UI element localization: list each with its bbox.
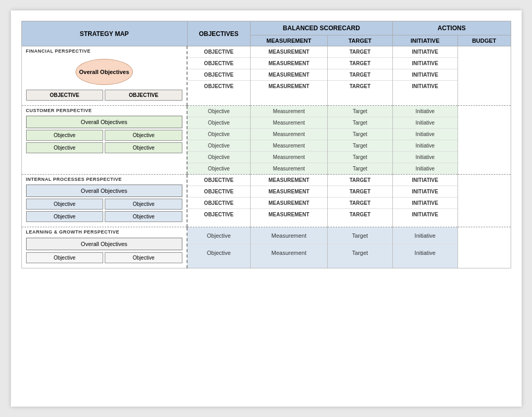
learning-target-col: Target Target bbox=[328, 227, 392, 261]
internal-obj3: Objective bbox=[26, 211, 104, 222]
internal-objectives-col: OBJECTIVE OBJECTIVE OBJECTIVE OBJECTIVE bbox=[188, 175, 250, 220]
customer-obj1: Objective bbox=[26, 130, 104, 141]
cust-obj-row-1: Objective bbox=[188, 106, 250, 117]
fin-tgt-row-2: TARGET bbox=[328, 58, 392, 69]
cust-meas-row-5: Measurement bbox=[251, 152, 327, 163]
financial-measurement-col: MEASUREMENT MEASUREMENT MEASUREMENT MEAS… bbox=[251, 46, 327, 92]
learn-tgt-row-1: Target bbox=[328, 227, 392, 244]
learn-init-row-2: Initiative bbox=[393, 244, 457, 261]
strategy-map-header: STRATEGY MAP bbox=[21, 21, 187, 46]
learning-measurement-col: Measurement Measurement bbox=[251, 227, 327, 261]
cust-tgt-row-5: Target bbox=[328, 152, 392, 163]
fin-meas-row-3: MEASUREMENT bbox=[251, 69, 327, 81]
cust-init-row-2: Initiative bbox=[393, 117, 457, 129]
strategy-table: STRATEGY MAP OBJECTIVES BALANCED SCORECA… bbox=[21, 21, 511, 268]
cust-tgt-row-6: Target bbox=[328, 163, 392, 174]
learning-overall: Overall Objectives bbox=[26, 238, 183, 250]
cust-meas-row-1: Measurement bbox=[251, 106, 327, 117]
fin-meas-row-4: MEASUREMENT bbox=[251, 81, 327, 92]
fin-meas-row-1: MEASUREMENT bbox=[251, 46, 327, 58]
cust-init-row-1: Initiative bbox=[393, 106, 457, 117]
budget-header: BUDGET bbox=[457, 35, 511, 46]
internal-measurement-col: MEASUREMENT MEASUREMENT MEASUREMENT MEAS… bbox=[251, 175, 327, 220]
learning-strategy-section: LEARNING & GROWTH PERSPECTIVE Overall Ob… bbox=[22, 227, 187, 268]
int-obj-row-1: OBJECTIVE bbox=[188, 175, 250, 186]
cust-obj-row-4: Objective bbox=[188, 140, 250, 152]
internal-obj1: Objective bbox=[26, 199, 104, 210]
cust-meas-row-2: Measurement bbox=[251, 117, 327, 129]
int-init-row-2: INITIATIVE bbox=[393, 186, 457, 198]
internal-target-col: TARGET TARGET TARGET TARGET bbox=[328, 175, 392, 220]
objectives-header: OBJECTIVES bbox=[187, 21, 250, 46]
financial-strategy-section: FINANCIAL PERSPECTIVE Overall Objectives… bbox=[22, 46, 187, 105]
customer-obj4: Objective bbox=[105, 142, 182, 153]
page: STRATEGY MAP OBJECTIVES BALANCED SCORECA… bbox=[11, 10, 522, 407]
int-obj-row-4: OBJECTIVE bbox=[188, 209, 250, 220]
financial-objectives-col: OBJECTIVE OBJECTIVE OBJECTIVE OBJECTIVE bbox=[188, 46, 250, 92]
cust-obj-row-6: Objective bbox=[188, 163, 250, 174]
cust-tgt-row-3: Target bbox=[328, 129, 392, 140]
int-meas-row-2: MEASUREMENT bbox=[251, 186, 327, 198]
initiative-header: INITIATIVE bbox=[392, 35, 457, 46]
learn-meas-row-2: Measurement bbox=[251, 244, 327, 261]
internal-obj4: Objective bbox=[105, 211, 182, 222]
int-meas-row-1: MEASUREMENT bbox=[251, 175, 327, 186]
fin-obj-row-2: OBJECTIVE bbox=[188, 58, 250, 69]
int-tgt-row-2: TARGET bbox=[328, 186, 392, 198]
cust-init-row-4: Initiative bbox=[393, 140, 457, 152]
cust-meas-row-4: Measurement bbox=[251, 140, 327, 152]
cust-init-row-6: Initiative bbox=[393, 163, 457, 174]
customer-obj2: Objective bbox=[105, 130, 182, 141]
cust-init-row-3: Initiative bbox=[393, 129, 457, 140]
fin-tgt-row-4: TARGET bbox=[328, 81, 392, 92]
int-obj-row-2: OBJECTIVE bbox=[188, 186, 250, 198]
actions-header: ACTIONS bbox=[392, 21, 511, 35]
customer-strategy-section: CUSTOMER PERSPECTIVE Overall Objectives … bbox=[22, 106, 187, 158]
customer-overall: Overall Objectives bbox=[26, 116, 183, 128]
customer-objectives-col: Objective Objective Objective Objective … bbox=[188, 106, 250, 174]
int-init-row-4: INITIATIVE bbox=[393, 209, 457, 220]
learn-obj-row-1: Objective bbox=[188, 227, 250, 244]
cust-obj-row-5: Objective bbox=[188, 152, 250, 163]
learning-perspective-label: LEARNING & GROWTH PERSPECTIVE bbox=[24, 228, 185, 236]
target-header: TARGET bbox=[327, 35, 392, 46]
financial-target-col: TARGET TARGET TARGET TARGET bbox=[328, 46, 392, 92]
financial-obj2: OBJECTIVE bbox=[105, 90, 182, 101]
customer-target-col: Target Target Target Target Target Targe… bbox=[328, 106, 392, 174]
internal-initiative-col: INITIATIVE INITIATIVE INITIATIVE INITIAT… bbox=[393, 175, 457, 220]
internal-perspective-label: INTERNAL PROCESSES PERSPECTIVE bbox=[24, 176, 185, 183]
measurement-header: MEASUREMENT bbox=[250, 35, 327, 46]
cust-tgt-row-2: Target bbox=[328, 117, 392, 129]
fin-tgt-row-3: TARGET bbox=[328, 69, 392, 81]
fin-init-row-4: INITIATIVE bbox=[393, 81, 457, 92]
learn-init-row-1: Initiative bbox=[393, 227, 457, 244]
cust-tgt-row-1: Target bbox=[328, 106, 392, 117]
internal-overall: Overall Objectives bbox=[26, 185, 183, 197]
customer-measurement-col: Measurement Measurement Measurement Meas… bbox=[251, 106, 327, 174]
cust-obj-row-3: Objective bbox=[188, 129, 250, 140]
cust-meas-row-3: Measurement bbox=[251, 129, 327, 140]
fin-tgt-row-1: TARGET bbox=[328, 46, 392, 58]
int-obj-row-3: OBJECTIVE bbox=[188, 198, 250, 209]
fin-init-row-2: INITIATIVE bbox=[393, 58, 457, 69]
cust-meas-row-6: Measurement bbox=[251, 163, 327, 174]
cust-init-row-5: Initiative bbox=[393, 152, 457, 163]
int-init-row-1: INITIATIVE bbox=[393, 175, 457, 186]
fin-init-row-3: INITIATIVE bbox=[393, 69, 457, 81]
cust-tgt-row-4: Target bbox=[328, 140, 392, 152]
internal-obj2: Objective bbox=[105, 199, 182, 210]
financial-perspective-label: FINANCIAL PERSPECTIVE bbox=[24, 47, 185, 55]
customer-initiative-col: Initiative Initiative Initiative Initiat… bbox=[393, 106, 457, 174]
learning-obj2: Objective bbox=[105, 252, 182, 263]
learning-initiative-col: Initiative Initiative bbox=[393, 227, 457, 261]
financial-overall-oval: Overall Objectives bbox=[76, 59, 133, 85]
customer-perspective-label: CUSTOMER PERSPECTIVE bbox=[24, 107, 185, 114]
customer-obj3: Objective bbox=[26, 142, 104, 153]
learn-tgt-row-2: Target bbox=[328, 244, 392, 261]
balanced-scorecard-header: BALANCED SCORECARD bbox=[250, 21, 392, 35]
int-tgt-row-1: TARGET bbox=[328, 175, 392, 186]
learn-obj-row-2: Objective bbox=[188, 244, 250, 261]
int-meas-row-3: MEASUREMENT bbox=[251, 198, 327, 209]
learning-objectives-col: Objective Objective bbox=[188, 227, 250, 261]
int-tgt-row-4: TARGET bbox=[328, 209, 392, 220]
